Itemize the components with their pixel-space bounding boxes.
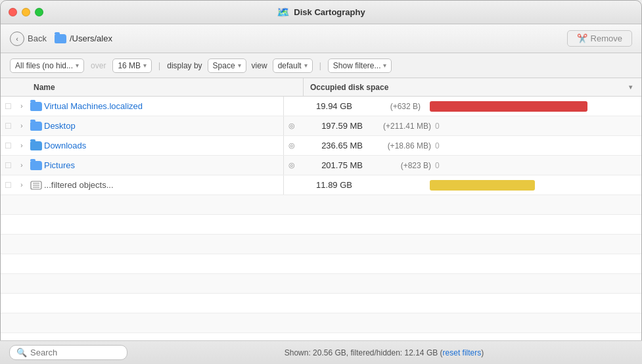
view-dropdown[interactable]: default ▾ — [273, 58, 313, 73]
expand-button[interactable]: › — [15, 162, 28, 169]
filtered-icon — [28, 181, 44, 190]
path-breadcrumb: /Users/alex — [55, 34, 112, 43]
file-delta: (+632 B) — [352, 102, 424, 111]
chevron-down-icon-4: ▾ — [304, 62, 308, 69]
col-header-name: Name — [1, 83, 303, 92]
size-filter-dropdown[interactable]: 16 MB ▾ — [112, 58, 152, 73]
empty-row — [1, 313, 641, 333]
filter-bar: All files (no hid... ▾ over 16 MB ▾ | di… — [1, 53, 641, 78]
folder-icon — [28, 161, 44, 170]
status-text: Shown: 20.56 GB, filtered/hidden: 12.14 … — [135, 348, 633, 357]
file-name[interactable]: Virtual Machines.localized — [44, 101, 281, 111]
show-filtered-dropdown[interactable]: Show filtere... ▾ — [328, 58, 392, 73]
file-size: 236.65 MB — [297, 141, 363, 150]
reset-filters-link[interactable]: reset filters — [443, 348, 482, 357]
file-delta: (+211.41 MB) — [363, 122, 435, 131]
show-filtered-label: Show filtere... — [333, 61, 381, 70]
maximize-button[interactable] — [35, 8, 43, 16]
back-label: Back — [28, 34, 47, 43]
empty-row — [1, 254, 641, 274]
file-name: ...filtered objects... — [44, 180, 281, 190]
view-label: view — [252, 61, 267, 70]
file-name[interactable]: Downloads — [44, 141, 281, 150]
row-checkbox[interactable]: ☐ — [1, 122, 15, 131]
view-value: default — [278, 61, 302, 70]
filter-separator-2: | — [319, 61, 321, 70]
files-filter-label: All files (no hid... — [15, 61, 73, 70]
column-header: Name Occupied disk space ▾ — [1, 78, 641, 97]
folder-icon — [28, 122, 44, 131]
display-by-dropdown[interactable]: Space ▾ — [208, 58, 246, 73]
back-button[interactable]: ‹ Back — [10, 32, 47, 46]
file-name[interactable]: Pictures — [44, 160, 281, 170]
size-bar — [430, 101, 587, 112]
status-end-text: ) — [481, 348, 484, 357]
display-by-value: Space — [213, 61, 235, 70]
search-box[interactable]: 🔍 — [9, 345, 127, 360]
row-checkbox[interactable]: ☐ — [1, 181, 15, 190]
col-sort-icon[interactable]: ▾ — [629, 83, 641, 91]
file-size: 201.75 MB — [297, 160, 363, 170]
row-checkbox[interactable]: ☐ — [1, 161, 15, 170]
folder-icon — [55, 34, 66, 43]
size-value: 16 MB — [118, 61, 141, 70]
remove-icon: ✂️ — [577, 34, 587, 43]
status-shown-text: Shown: 20.56 GB, filtered/hidden: 12.14 … — [285, 348, 443, 357]
chevron-down-icon: ▾ — [76, 62, 79, 69]
empty-row — [1, 195, 641, 215]
file-delta: (+823 B) — [363, 161, 435, 170]
folder-icon — [28, 141, 44, 150]
table-row: ☐ › ...filtered objects... 11.89 GB — [1, 175, 641, 195]
empty-row — [1, 215, 641, 235]
row-checkbox[interactable]: ☐ — [1, 141, 15, 150]
file-list: ☐ › Virtual Machines.localized 19.94 GB … — [1, 97, 641, 364]
file-size: 11.89 GB — [287, 180, 352, 190]
window-controls[interactable] — [9, 8, 43, 16]
folder-icon — [28, 102, 44, 111]
expand-button[interactable]: › — [15, 102, 28, 110]
search-input[interactable] — [30, 348, 116, 357]
close-button[interactable] — [9, 8, 17, 16]
file-size: 197.59 MB — [297, 121, 363, 131]
expand-button[interactable]: › — [15, 122, 28, 129]
size-bar-area — [424, 180, 641, 191]
chevron-down-icon-2: ▾ — [143, 62, 147, 69]
empty-row — [1, 274, 641, 294]
status-bar: 🔍 Shown: 20.56 GB, filtered/hidden: 12.1… — [0, 340, 642, 364]
file-delta: (+18.86 MB) — [363, 141, 435, 150]
table-row: ☐ › Desktop ◎ 197.59 MB (+211.41 MB) 0 — [1, 116, 641, 136]
minimize-button[interactable] — [22, 8, 30, 16]
size-bar — [430, 180, 535, 191]
current-path: /Users/alex — [70, 34, 112, 43]
empty-row — [1, 294, 641, 313]
file-count: 0 — [435, 122, 451, 131]
toolbar: ‹ Back /Users/alex ✂️ Remove — [1, 24, 641, 53]
remove-button[interactable]: ✂️ Remove — [567, 30, 632, 47]
display-by-label: display by — [167, 61, 202, 70]
app-icon: 🗺️ — [277, 6, 290, 18]
table-row: ☐ › Downloads ◎ 236.65 MB (+18.86 MB) 0 — [1, 136, 641, 156]
title-bar: 🗺️ Disk Cartography — [1, 1, 641, 24]
window-title-text: Disk Cartography — [294, 7, 365, 17]
file-size: 19.94 GB — [287, 101, 352, 111]
chevron-down-icon-5: ▾ — [383, 62, 386, 69]
expand-button[interactable]: › — [15, 181, 28, 189]
col-header-disk: Occupied disk space — [304, 83, 629, 92]
file-count: 0 — [435, 161, 451, 170]
chevron-down-icon-3: ▾ — [238, 62, 241, 69]
expand-button[interactable]: › — [15, 142, 28, 149]
over-label: over — [91, 61, 106, 70]
row-checkbox[interactable]: ☐ — [1, 102, 15, 111]
file-count: 0 — [435, 141, 451, 150]
size-bar-area — [424, 101, 641, 112]
table-row: ☐ › Pictures ◎ 201.75 MB (+823 B) 0 — [1, 156, 641, 175]
window-title: 🗺️ Disk Cartography — [277, 6, 365, 18]
files-filter-dropdown[interactable]: All files (no hid... ▾ — [10, 58, 84, 73]
empty-row — [1, 235, 641, 254]
table-row: ☐ › Virtual Machines.localized 19.94 GB … — [1, 97, 641, 116]
remove-label: Remove — [591, 34, 622, 43]
back-chevron-icon: ‹ — [10, 32, 24, 46]
file-name[interactable]: Desktop — [44, 121, 281, 131]
filter-separator-1: | — [158, 61, 160, 70]
search-icon: 🔍 — [16, 348, 27, 357]
